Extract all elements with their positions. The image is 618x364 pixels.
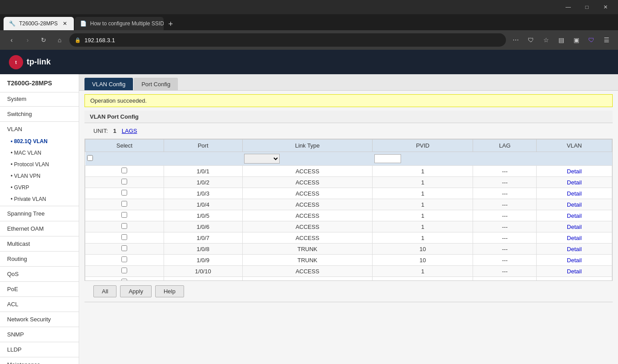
tab-portconfig[interactable]: Port Config bbox=[134, 78, 178, 90]
table-row: 1/0/11 ACCESS 1 --- Detail bbox=[85, 277, 612, 281]
logo-icon: t bbox=[9, 55, 23, 69]
menu-button[interactable]: ☰ bbox=[600, 34, 613, 46]
row-checkbox-5[interactable] bbox=[121, 223, 127, 229]
row-pvid: 10 bbox=[373, 255, 473, 266]
minimize-button[interactable]: — bbox=[559, 0, 577, 14]
tab-howto[interactable]: 📄 How to configure Multiple SSID... ✕ bbox=[75, 17, 164, 30]
detail-link-10[interactable]: Detail bbox=[567, 279, 582, 281]
row-checkbox-10[interactable] bbox=[121, 279, 127, 281]
row-linktype: ACCESS bbox=[242, 166, 373, 177]
sidebar-item-macvlan[interactable]: • MAC VLAN bbox=[0, 147, 79, 159]
library-button[interactable]: ▤ bbox=[555, 34, 567, 46]
more-button[interactable]: ⋯ bbox=[510, 34, 522, 46]
row-checkbox-9[interactable] bbox=[121, 268, 127, 273]
detail-link-6[interactable]: Detail bbox=[567, 235, 582, 241]
row-checkbox-0[interactable] bbox=[121, 168, 127, 173]
lags-link[interactable]: LAGS bbox=[122, 128, 137, 134]
detail-link-9[interactable]: Detail bbox=[567, 268, 582, 275]
row-lag: --- bbox=[473, 221, 537, 232]
filter-linktype-select[interactable]: ACCESS TRUNK GENERAL bbox=[244, 154, 280, 164]
address-bar[interactable]: 🔒 192.168.3.1 bbox=[69, 33, 506, 47]
row-port: 1/0/10 bbox=[164, 266, 242, 277]
table-row: 1/0/3 ACCESS 1 --- Detail bbox=[85, 188, 612, 199]
col-port: Port bbox=[164, 140, 242, 152]
row-pvid: 10 bbox=[373, 244, 473, 255]
forward-button[interactable]: › bbox=[21, 34, 34, 46]
tab-close-1[interactable]: ✕ bbox=[61, 20, 68, 27]
sidebar-item-acl[interactable]: ACL bbox=[0, 298, 79, 311]
detail-link-4[interactable]: Detail bbox=[567, 212, 582, 219]
tab-favicon-1: 🔧 bbox=[9, 20, 16, 27]
protect-button[interactable]: 🛡 bbox=[585, 34, 598, 46]
sidebar-item-vlan[interactable]: VLAN bbox=[0, 123, 79, 136]
filter-lag-cell bbox=[473, 152, 537, 166]
row-checkbox-7[interactable] bbox=[121, 245, 127, 251]
sidebar-item-spanningtree[interactable]: Spanning Tree bbox=[0, 207, 79, 220]
star-button[interactable]: ☆ bbox=[540, 34, 552, 46]
sidebar-item-ethernotoam[interactable]: Ethernet OAM bbox=[0, 222, 79, 235]
row-checkbox-8[interactable] bbox=[121, 256, 127, 262]
select-all-checkbox[interactable] bbox=[87, 155, 93, 161]
sidebar-item-networksecurity[interactable]: Network Security bbox=[0, 313, 79, 326]
apply-button[interactable]: Apply bbox=[120, 285, 152, 297]
sidebar-item-gvrp[interactable]: • GVRP bbox=[0, 182, 79, 193]
row-pvid: 1 bbox=[373, 221, 473, 232]
detail-link-0[interactable]: Detail bbox=[567, 168, 582, 175]
help-button[interactable]: Help bbox=[155, 285, 184, 297]
row-checkbox-4[interactable] bbox=[121, 212, 127, 218]
row-pvid: 1 bbox=[373, 177, 473, 188]
action-buttons: All Apply Help bbox=[84, 281, 618, 302]
sidebar-item-vlanvpn[interactable]: • VLAN VPN bbox=[0, 170, 79, 182]
sidebar-item-poe[interactable]: PoE bbox=[0, 283, 79, 296]
row-select-cell bbox=[85, 221, 164, 232]
detail-link-3[interactable]: Detail bbox=[567, 201, 582, 208]
row-port: 1/0/3 bbox=[164, 188, 242, 199]
row-vlan: Detail bbox=[537, 255, 612, 266]
filter-port-cell bbox=[164, 152, 242, 166]
row-checkbox-1[interactable] bbox=[121, 179, 127, 184]
sidebar-item-privatevlan[interactable]: • Private VLAN bbox=[0, 193, 79, 205]
row-port: 1/0/6 bbox=[164, 221, 242, 232]
all-button[interactable]: All bbox=[93, 285, 116, 297]
tab-t2600g[interactable]: 🔧 T2600G-28MPS ✕ bbox=[4, 17, 74, 30]
filter-pvid-input[interactable] bbox=[374, 154, 401, 163]
detail-link-7[interactable]: Detail bbox=[567, 246, 582, 252]
maximize-button[interactable]: □ bbox=[578, 0, 596, 14]
row-lag: --- bbox=[473, 277, 537, 281]
row-select-cell bbox=[85, 210, 164, 221]
sidebar-item-lldp[interactable]: LLDP bbox=[0, 343, 79, 356]
tab-vlanconfig[interactable]: VLAN Config bbox=[84, 78, 133, 90]
filter-pvid-cell bbox=[373, 152, 473, 166]
refresh-button[interactable]: ↻ bbox=[37, 34, 50, 46]
close-button[interactable]: ✕ bbox=[597, 0, 614, 14]
sidebar-item-switching[interactable]: Switching bbox=[0, 108, 79, 120]
sidebar-item-multicast[interactable]: Multicast bbox=[0, 237, 79, 250]
sidebar-item-qos[interactable]: QoS bbox=[0, 268, 79, 280]
sidebar-item-routing[interactable]: Routing bbox=[0, 252, 79, 265]
new-tab-button[interactable]: + bbox=[165, 18, 177, 30]
home-button[interactable]: ⌂ bbox=[53, 34, 66, 46]
reader-button[interactable]: ▣ bbox=[570, 34, 582, 46]
unit-label: UNIT: bbox=[93, 128, 108, 134]
row-linktype: ACCESS bbox=[242, 177, 373, 188]
detail-link-2[interactable]: Detail bbox=[567, 190, 582, 197]
back-button[interactable]: ‹ bbox=[5, 34, 18, 46]
shield-button[interactable]: 🛡 bbox=[525, 34, 537, 46]
row-port: 1/0/11 bbox=[164, 277, 242, 281]
detail-link-5[interactable]: Detail bbox=[567, 224, 582, 230]
row-checkbox-2[interactable] bbox=[121, 190, 127, 196]
sidebar-item-maintenance[interactable]: Maintenance bbox=[0, 358, 79, 364]
row-vlan: Detail bbox=[537, 210, 612, 221]
table-row: 1/0/5 ACCESS 1 --- Detail bbox=[85, 210, 612, 221]
row-linktype: TRUNK bbox=[242, 255, 373, 266]
sidebar-item-system[interactable]: System bbox=[0, 92, 79, 105]
row-checkbox-6[interactable] bbox=[121, 234, 127, 240]
detail-link-1[interactable]: Detail bbox=[567, 179, 582, 186]
sidebar-item-8021q[interactable]: • 802.1Q VLAN bbox=[0, 136, 79, 147]
row-checkbox-3[interactable] bbox=[121, 201, 127, 207]
sidebar-item-protocolvlan[interactable]: • Protocol VLAN bbox=[0, 159, 79, 170]
row-vlan: Detail bbox=[537, 266, 612, 277]
sidebar-item-snmp[interactable]: SNMP bbox=[0, 328, 79, 341]
detail-link-8[interactable]: Detail bbox=[567, 257, 582, 264]
address-text: 192.168.3.1 bbox=[84, 37, 501, 44]
